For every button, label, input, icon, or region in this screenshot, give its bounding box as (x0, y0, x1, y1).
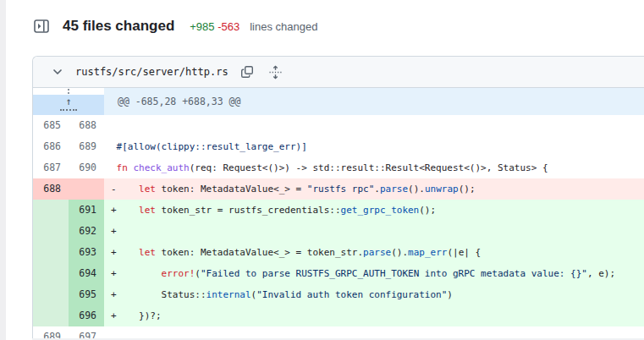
diff-marker: + (111, 284, 117, 305)
diff-summary-bar: 45 files changed +985 -563 lines changed (32, 17, 317, 36)
expand-dashed-line (60, 109, 77, 111)
old-line-number[interactable]: 686 (33, 136, 69, 157)
new-line-number[interactable]: 692 (69, 221, 104, 242)
new-line-number[interactable]: 688 (69, 115, 104, 136)
code-segment-plain: (). (391, 247, 408, 258)
file-diff-container: rustfs/src/server/http.rs (32, 56, 644, 340)
files-changed-title: 45 files changed (63, 18, 174, 35)
code-line: + (104, 221, 644, 242)
diff-row-context: 685688 (33, 115, 644, 136)
code-segment-plain: (req: Request<()>) -> std::result::Resul… (190, 162, 548, 173)
hunk-header-row: ↑ @@ -685,28 +688,33 @@ (33, 88, 644, 115)
code-segment-call: get_grpc_token (341, 205, 420, 216)
code-segment-kw: let (139, 205, 156, 216)
code-segment-plain: token: MetadataValue<_> = token_str. (156, 247, 363, 258)
lines-changed-counts: +985 -563 (190, 20, 239, 33)
code-line (104, 115, 644, 136)
diff-row-add: 693+ let token: MetadataValue<_> = token… (33, 242, 644, 263)
old-line-number[interactable]: 688 (33, 178, 69, 200)
diff-row-add: 692+ (33, 221, 644, 242)
code-segment-plain: })?; (117, 310, 162, 321)
code-segment-kw: error! (162, 268, 195, 279)
expand-diff-button[interactable] (266, 62, 286, 82)
code-segment-plain (117, 205, 140, 216)
new-line-number[interactable] (69, 178, 104, 200)
code-segment-kw: let (139, 184, 156, 195)
diff-row-add: 695+ Status::internal("Invalid auth toke… (33, 284, 644, 305)
code-segment-plain (117, 268, 162, 279)
old-line-number[interactable]: 685 (33, 115, 69, 136)
old-line-number[interactable] (33, 305, 69, 326)
code-line: + })?; (104, 305, 644, 326)
old-line-number[interactable]: 687 (33, 157, 69, 178)
code-line: + error!("Failed to parse RUSTFS_GRPC_AU… (104, 263, 644, 284)
old-line-number[interactable] (33, 200, 69, 221)
diff-marker (111, 136, 117, 157)
diff-row-del: 688- let token: MetadataValue<_> = "rust… (33, 178, 644, 200)
code-segment-kw: fn (117, 162, 128, 173)
code-segment-func: check_auth (133, 162, 189, 173)
code-segment-str: "rustfs rpc" (307, 184, 374, 195)
copy-icon (240, 65, 254, 79)
file-path[interactable]: rustfs/src/server/http.rs (75, 66, 228, 78)
diff-row-add: 694+ error!("Failed to parse RUSTFS_GRPC… (33, 263, 644, 284)
code-segment-call: map_err (408, 247, 447, 258)
diff-marker: + (111, 242, 117, 263)
code-segment-plain: (); (459, 184, 476, 195)
diff-row-add: 691+ let token_str = rustfs_credentials:… (33, 200, 644, 221)
new-line-number[interactable]: 691 (69, 200, 104, 221)
sidebar-expand-icon (33, 18, 50, 35)
expand-hunk-up-button[interactable]: ↑ (33, 88, 104, 115)
new-line-number[interactable]: 695 (69, 284, 104, 305)
code-segment-plain: ) (447, 289, 453, 300)
code-segment-plain: , e); (587, 268, 615, 279)
chevron-down-icon (52, 67, 63, 77)
diff-row-context: 686689 #[allow(clippy::result_large_err)… (33, 136, 644, 157)
old-line-number[interactable] (33, 284, 69, 305)
diff-row-add: 696+ })?; (33, 305, 644, 326)
code-segment-plain (117, 184, 140, 195)
new-line-number[interactable]: 689 (69, 136, 104, 157)
new-line-number[interactable]: 694 (69, 263, 104, 284)
code-segment-str: "Failed to parse RUSTFS_GRPC_AUTH_TOKEN … (201, 268, 587, 279)
code-segment-str: "Invalid auth token configuration" (256, 289, 447, 300)
copy-path-button[interactable] (237, 62, 257, 82)
lines-changed-label: lines changed (250, 20, 317, 33)
code-segment-plain: Status:: (117, 289, 206, 300)
code-line: - let token: MetadataValue<_> = "rustfs … (104, 178, 644, 200)
code-segment-call: unwrap (425, 184, 459, 195)
diff-marker (111, 157, 117, 178)
new-line-number[interactable]: 693 (69, 242, 104, 263)
diff-marker: + (111, 221, 117, 242)
code-line: + Status::internal("Invalid auth token c… (104, 284, 644, 305)
code-segment-plain: (). (408, 184, 425, 195)
diff-row-context: 687690 fn check_auth(req: Request<()>) -… (33, 157, 644, 178)
new-line-number[interactable]: 690 (69, 157, 104, 178)
code-line: fn check_auth(req: Request<()>) -> std::… (104, 157, 644, 178)
expand-vertical-icon (268, 65, 283, 80)
code-line: #[allow(clippy::result_large_err)] (104, 136, 644, 157)
old-line-number[interactable] (33, 242, 69, 263)
diff-marker (111, 115, 117, 136)
code-line: + let token: MetadataValue<_> = token_st… (104, 242, 644, 263)
expand-dots (68, 89, 69, 94)
file-tree-toggle-button[interactable] (32, 17, 51, 36)
code-segment-call: parse (363, 247, 391, 258)
code-segment-plain: (); (419, 205, 436, 216)
code-segment-kw: let (139, 247, 156, 258)
diff-marker: + (111, 263, 117, 284)
diff-marker: + (111, 200, 117, 221)
old-line-number[interactable] (33, 221, 69, 242)
diff-marker: - (111, 178, 117, 200)
file-header: rustfs/src/server/http.rs (33, 57, 644, 88)
deletions-count: -563 (217, 20, 239, 33)
new-line-number[interactable]: 696 (69, 305, 104, 326)
old-line-number[interactable] (33, 263, 69, 284)
code-segment-call: parse (380, 184, 408, 195)
additions-count: +985 (190, 20, 214, 33)
diff-body: ↑ @@ -685,28 +688,33 @@ 685688 686689 #[… (33, 88, 644, 340)
code-segment-plain: token: MetadataValue<_> = (156, 184, 307, 195)
collapse-file-button[interactable] (48, 63, 67, 81)
diff-rows: 685688 686689 #[allow(clippy::result_lar… (33, 115, 644, 340)
code-segment-attr: #[allow(clippy::result_large_err)] (117, 141, 307, 152)
